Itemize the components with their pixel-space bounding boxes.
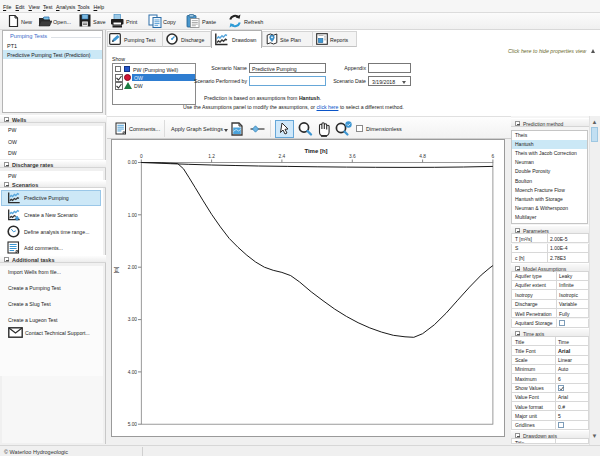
svg-text:[m]: [m]	[114, 267, 119, 274]
svg-text:4.8: 4.8	[419, 154, 426, 159]
svg-text:3.6: 3.6	[349, 154, 356, 159]
svg-text:2.4: 2.4	[279, 154, 286, 159]
svg-text:Time [h]: Time [h]	[304, 148, 327, 154]
svg-text:2.00: 2.00	[128, 265, 138, 270]
svg-text:4.00: 4.00	[128, 370, 138, 375]
svg-text:0: 0	[140, 154, 143, 159]
svg-text:6: 6	[492, 154, 495, 159]
svg-text:1.00: 1.00	[128, 213, 138, 218]
svg-text:0.00: 0.00	[128, 160, 138, 165]
svg-text:3.00: 3.00	[128, 317, 138, 322]
svg-text:1.2: 1.2	[208, 154, 215, 159]
svg-text:5.00: 5.00	[128, 422, 138, 427]
